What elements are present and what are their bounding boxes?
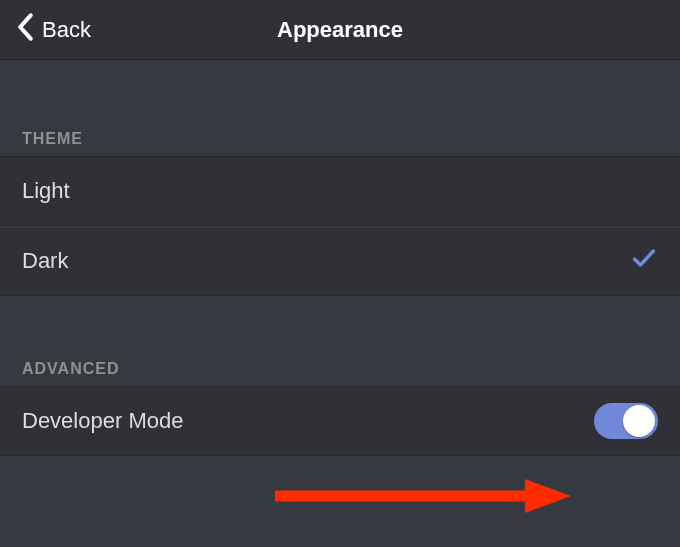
header-bar: Back Appearance bbox=[0, 0, 680, 60]
back-label: Back bbox=[42, 17, 91, 43]
theme-option-light[interactable]: Light bbox=[0, 156, 680, 226]
page-title: Appearance bbox=[277, 17, 403, 43]
section-header-theme: THEME bbox=[0, 120, 680, 156]
section-header-label: ADVANCED bbox=[22, 360, 119, 378]
chevron-left-icon bbox=[16, 13, 36, 47]
developer-mode-row[interactable]: Developer Mode bbox=[0, 386, 680, 456]
back-button[interactable]: Back bbox=[16, 13, 91, 47]
section-header-advanced: ADVANCED bbox=[0, 350, 680, 386]
section-header-label: THEME bbox=[22, 130, 83, 148]
checkmark-icon bbox=[630, 244, 658, 278]
developer-mode-label: Developer Mode bbox=[22, 408, 183, 434]
theme-option-label: Dark bbox=[22, 248, 68, 274]
theme-option-label: Light bbox=[22, 178, 70, 204]
developer-mode-toggle[interactable] bbox=[594, 403, 658, 439]
annotation-arrow-icon bbox=[275, 476, 575, 516]
theme-option-dark[interactable]: Dark bbox=[0, 226, 680, 296]
section-gap bbox=[0, 60, 680, 120]
toggle-knob bbox=[623, 405, 655, 437]
section-gap bbox=[0, 296, 680, 350]
